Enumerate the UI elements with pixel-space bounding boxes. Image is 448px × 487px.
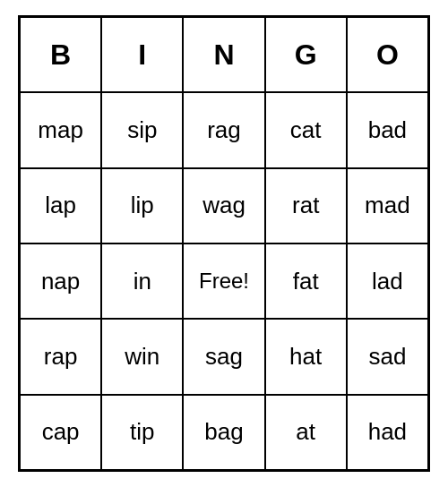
cell-r1c2: sip — [101, 92, 183, 167]
cell-r5c4: at — [265, 395, 347, 470]
cell-r4c4: hat — [265, 319, 347, 394]
header-i: I — [101, 17, 183, 92]
cell-r3c1: nap — [20, 244, 101, 319]
cell-r2c3: wag — [183, 168, 264, 244]
cell-r5c5: had — [347, 395, 428, 470]
cell-r4c1: rap — [20, 319, 101, 394]
cell-r4c3: sag — [183, 319, 264, 394]
cell-r3c5: lad — [347, 244, 428, 319]
cell-r5c1: cap — [20, 395, 101, 470]
header-n: N — [183, 17, 264, 92]
cell-r3c4: fat — [265, 244, 347, 319]
header-o: O — [347, 17, 428, 92]
cell-r2c4: rat — [265, 168, 347, 244]
cell-r1c4: cat — [265, 92, 347, 167]
cell-r2c2: lip — [101, 168, 183, 244]
cell-r1c3: rag — [183, 92, 264, 167]
cell-r3c3-free: Free! — [183, 244, 264, 319]
cell-r1c5: bad — [347, 92, 428, 167]
bingo-card: B I N G O map sip rag cat bad lap lip wa… — [18, 15, 430, 472]
cell-r2c5: mad — [347, 168, 428, 244]
cell-r3c2: in — [101, 244, 183, 319]
cell-r1c1: map — [20, 92, 101, 167]
cell-r4c5: sad — [347, 319, 428, 394]
cell-r4c2: win — [101, 319, 183, 394]
cell-r5c2: tip — [101, 395, 183, 470]
cell-r5c3: bag — [183, 395, 264, 470]
header-g: G — [265, 17, 347, 92]
cell-r2c1: lap — [20, 168, 101, 244]
header-b: B — [20, 17, 101, 92]
